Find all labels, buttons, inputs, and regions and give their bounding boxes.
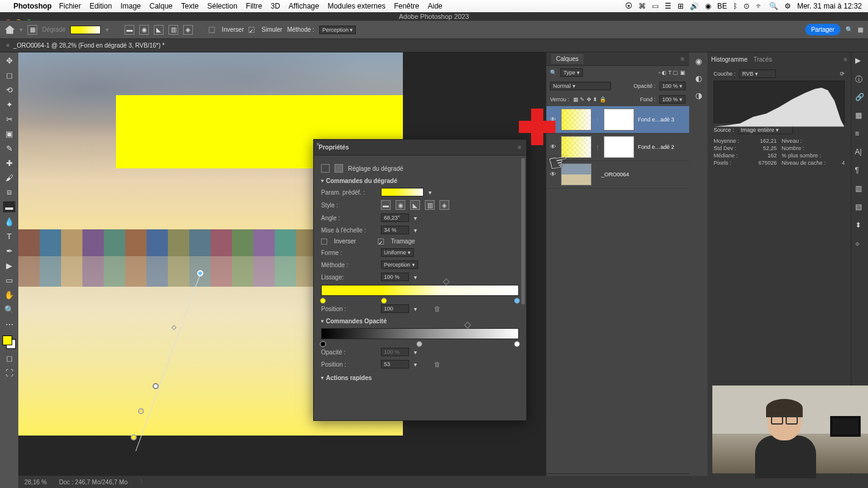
info-icon[interactable]: ⓘ bbox=[855, 74, 865, 84]
minimize-window[interactable] bbox=[15, 13, 22, 20]
workspace-icon[interactable]: ▦ bbox=[858, 26, 863, 33]
properties-panel[interactable]: × Propriétés≡ Réglage du dégradé Command… bbox=[313, 139, 527, 421]
link-icon[interactable]: 🔗 bbox=[855, 93, 865, 102]
blend-mode-select[interactable]: Normal ▾ bbox=[550, 82, 611, 90]
type-tool[interactable]: T bbox=[3, 231, 15, 242]
control-icon[interactable]: ⚙ bbox=[784, 2, 791, 10]
swatches-icon[interactable]: ◐ bbox=[693, 73, 703, 83]
brush-tool[interactable]: 🖌 bbox=[3, 172, 15, 183]
gradient-radial[interactable]: ◉ bbox=[139, 25, 149, 35]
para-icon[interactable]: ¶ bbox=[855, 166, 865, 176]
bluetooth-icon[interactable]: ᛒ bbox=[733, 2, 737, 10]
style-radial[interactable]: ◉ bbox=[396, 200, 405, 210]
status-icon[interactable]: ▭ bbox=[652, 2, 659, 10]
source-select[interactable]: Image entière ▾ bbox=[738, 126, 793, 134]
layer-mask-thumb[interactable] bbox=[604, 136, 634, 158]
status-icon[interactable]: 🔊 bbox=[690, 2, 699, 10]
tool-preset[interactable]: ▦ bbox=[27, 25, 37, 35]
lissage-input[interactable]: 100 % bbox=[381, 273, 409, 281]
zoom-level[interactable]: 28,16 % bbox=[24, 479, 47, 486]
status-icon[interactable]: BE bbox=[717, 2, 727, 10]
align-icon[interactable]: ≡ bbox=[855, 129, 865, 139]
menu-edition[interactable]: Edition bbox=[90, 2, 112, 10]
hand-tool[interactable]: ✋ bbox=[3, 289, 15, 300]
position2-input[interactable]: 53 bbox=[381, 360, 409, 368]
gradient-reflected[interactable]: ▥ bbox=[168, 25, 178, 35]
color-swatches[interactable] bbox=[2, 336, 16, 349]
wifi-icon[interactable]: ᯤ bbox=[756, 2, 763, 10]
inverser-checkbox[interactable] bbox=[209, 27, 215, 33]
quickmask[interactable]: ◻ bbox=[3, 353, 15, 364]
maximize-window[interactable] bbox=[26, 13, 32, 20]
close-window[interactable] bbox=[5, 13, 12, 20]
layer-thumb[interactable] bbox=[561, 109, 591, 131]
menu-fenetre[interactable]: Fenêtre bbox=[394, 2, 419, 10]
forme-select[interactable]: Uniforme ▾ bbox=[381, 248, 414, 257]
menu-3d[interactable]: 3D bbox=[271, 2, 280, 10]
panel-scrollbar[interactable] bbox=[521, 158, 525, 408]
gradient-start-handle[interactable] bbox=[131, 434, 137, 440]
scale-input[interactable]: 34 % bbox=[381, 226, 409, 234]
crop-tool[interactable]: ✂ bbox=[3, 113, 15, 124]
opacity-input[interactable]: 100 % ▾ bbox=[659, 82, 685, 90]
gradient-stop[interactable] bbox=[153, 383, 159, 389]
status-icon[interactable]: ◉ bbox=[705, 2, 711, 10]
more-icon[interactable]: ⟐ bbox=[855, 239, 865, 249]
more-icon[interactable]: ⬍ bbox=[855, 221, 865, 231]
opacity-stop[interactable] bbox=[514, 341, 520, 347]
marquee-tool[interactable]: ◻ bbox=[3, 70, 15, 81]
stamp-tool[interactable]: ⧇ bbox=[3, 187, 15, 198]
opacity-input[interactable]: 100 % bbox=[381, 348, 409, 356]
menu-modules[interactable]: Modules externes bbox=[328, 2, 386, 10]
swatch-icon[interactable]: ▥ bbox=[855, 184, 865, 194]
style-angle[interactable]: ◣ bbox=[410, 200, 420, 210]
pen-tool[interactable]: ✒ bbox=[3, 245, 15, 256]
opacity-editor-bar[interactable] bbox=[321, 328, 519, 339]
preset-gradient[interactable] bbox=[381, 188, 424, 196]
layer-name[interactable]: _ORO0064 bbox=[601, 171, 629, 178]
layer-name[interactable]: Fond e…adé 2 bbox=[638, 144, 675, 150]
color-stop[interactable] bbox=[320, 298, 326, 304]
char-icon[interactable]: A| bbox=[855, 148, 865, 157]
menu-filtre[interactable]: Filtre bbox=[246, 2, 262, 10]
menu-fichier[interactable]: Fichier bbox=[59, 2, 81, 10]
gradient-angle[interactable]: ◣ bbox=[154, 25, 164, 35]
fill-input[interactable]: 100 % ▾ bbox=[659, 95, 685, 104]
simuler-checkbox[interactable] bbox=[248, 27, 255, 33]
gradient-stop[interactable] bbox=[138, 408, 144, 414]
adjustments-icon[interactable]: ◑ bbox=[693, 90, 703, 100]
document-tab[interactable]: × _ORO0064-1 @ 28,2% (Fond en dégradé 3,… bbox=[0, 39, 868, 52]
wand-tool[interactable]: ✦ bbox=[3, 99, 15, 110]
zoom-tool[interactable]: 🔍 bbox=[3, 304, 15, 315]
layer-row[interactable]: 👁 ⋮ Fond e…adé 3 bbox=[546, 106, 689, 134]
gradient-picker[interactable] bbox=[70, 26, 101, 34]
search-icon[interactable]: 🔍 bbox=[845, 26, 853, 33]
color-stop[interactable] bbox=[381, 298, 387, 304]
frame-tool[interactable]: ▣ bbox=[3, 128, 15, 139]
status-icon[interactable]: ⌘ bbox=[638, 2, 646, 10]
screenmode[interactable]: ⛶ bbox=[3, 367, 15, 378]
gradient-diamond[interactable]: ◈ bbox=[183, 25, 193, 35]
gradient-editor-bar[interactable] bbox=[321, 285, 519, 296]
angle-input[interactable]: 68,23° bbox=[381, 214, 409, 222]
lock-icons[interactable]: ▦ ✎ ✥ ⬍ 🔒 bbox=[573, 96, 606, 102]
doc-size[interactable]: Doc : 246,7 Mo/246,7 Mo bbox=[59, 479, 128, 486]
share-button[interactable]: Partager bbox=[805, 24, 841, 35]
menu-texte[interactable]: Texte bbox=[181, 2, 199, 10]
path-tool[interactable]: ▶ bbox=[3, 260, 15, 271]
edit-toolbar[interactable]: ⋯ bbox=[3, 318, 15, 329]
refresh-icon[interactable]: ⟳ bbox=[840, 71, 845, 77]
collapse-icon[interactable]: × bbox=[316, 141, 320, 148]
status-icon[interactable]: ⊞ bbox=[678, 2, 684, 10]
tramage-check[interactable] bbox=[378, 239, 384, 245]
section-quick-actions[interactable]: Actions rapides bbox=[321, 375, 519, 381]
heal-tool[interactable]: ✚ bbox=[3, 157, 15, 168]
menubar-clock[interactable]: Mer. 31 mai à 12:32 bbox=[797, 2, 862, 10]
gradient-end-handle[interactable] bbox=[197, 270, 203, 276]
shape-tool[interactable]: ▭ bbox=[3, 274, 15, 285]
menu-selection[interactable]: Sélection bbox=[207, 2, 237, 10]
menu-affichage[interactable]: Affichage bbox=[289, 2, 319, 10]
layer-kind-filter[interactable]: Type ▾ bbox=[560, 68, 583, 77]
color-stop[interactable] bbox=[514, 298, 520, 304]
blur-tool[interactable]: 💧 bbox=[3, 216, 15, 227]
